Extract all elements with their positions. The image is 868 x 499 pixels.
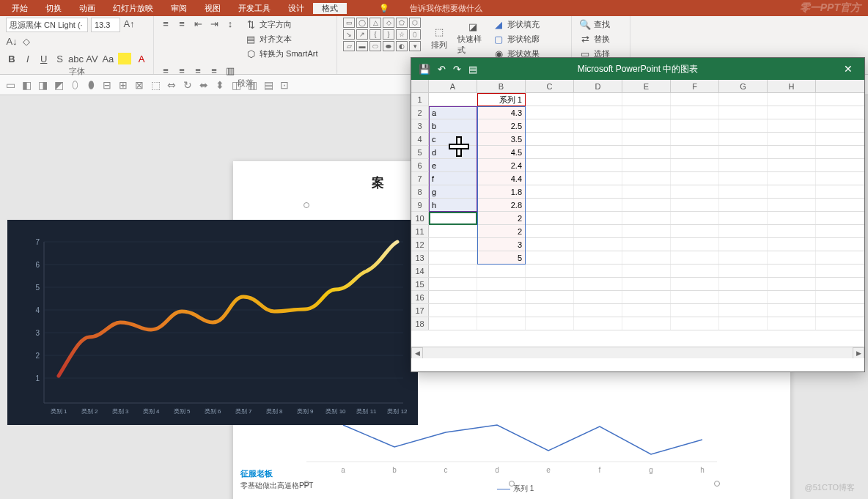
- cell[interactable]: [574, 159, 622, 171]
- cell[interactable]: 5: [477, 251, 526, 264]
- numbering-icon[interactable]: ≡: [176, 18, 188, 29]
- chart-data-titlebar[interactable]: 💾 ↶ ↷ ▤ Microsoft PowerPoint 中的图表 ✕: [411, 58, 864, 80]
- table-row[interactable]: 17: [411, 304, 864, 317]
- qat-icon[interactable]: ⊠: [133, 79, 145, 91]
- cell[interactable]: 2.4: [477, 159, 526, 171]
- row-header[interactable]: 15: [411, 278, 429, 290]
- cell[interactable]: [768, 251, 816, 264]
- highlight-icon[interactable]: [118, 53, 131, 64]
- cell[interactable]: 1.8: [477, 185, 526, 198]
- cell[interactable]: [719, 159, 768, 171]
- cell[interactable]: [671, 199, 719, 211]
- cell[interactable]: [477, 291, 526, 303]
- cell[interactable]: [622, 238, 671, 251]
- cell[interactable]: [429, 225, 477, 237]
- table-row[interactable]: 5d4.5: [411, 146, 864, 159]
- tab-start[interactable]: 开始: [3, 3, 37, 14]
- row-header[interactable]: 8: [411, 185, 429, 198]
- cell[interactable]: [622, 317, 671, 330]
- cell[interactable]: 3.5: [477, 133, 526, 145]
- qat-icon[interactable]: ◫: [230, 79, 242, 91]
- cell[interactable]: [526, 251, 574, 264]
- cell[interactable]: [671, 317, 719, 330]
- indent-dec-icon[interactable]: ⇤: [192, 18, 204, 29]
- cell[interactable]: [671, 159, 719, 171]
- cell[interactable]: [429, 304, 477, 317]
- cell[interactable]: [768, 238, 816, 251]
- table-row[interactable]: 16: [411, 291, 864, 304]
- cell[interactable]: 2: [477, 225, 526, 237]
- justify-icon[interactable]: ≡: [208, 64, 220, 76]
- chart-data-grid[interactable]: A B C D E F G H 1系列 12a4.33b2.54c3.55d4.…: [411, 80, 864, 358]
- cell[interactable]: [719, 278, 768, 290]
- align-right-icon[interactable]: ≡: [192, 64, 204, 76]
- replace-button[interactable]: ⇄替换: [578, 32, 624, 45]
- table-row[interactable]: 3b2.5: [411, 119, 864, 133]
- row-header[interactable]: 6: [411, 159, 429, 171]
- cell[interactable]: [574, 133, 622, 145]
- cell[interactable]: [719, 317, 768, 330]
- col-header[interactable]: E: [622, 80, 671, 92]
- cell[interactable]: [622, 106, 671, 119]
- tab-review[interactable]: 审阅: [162, 3, 196, 14]
- cell[interactable]: [719, 93, 768, 106]
- cell[interactable]: [574, 119, 622, 132]
- row-header[interactable]: 11: [411, 225, 429, 237]
- align-text-button[interactable]: ▤对齐文本: [243, 32, 319, 45]
- cell[interactable]: [719, 291, 768, 303]
- qat-icon[interactable]: ⬮: [85, 79, 97, 91]
- cell[interactable]: [574, 304, 622, 317]
- cell[interactable]: [429, 317, 477, 330]
- row-header[interactable]: 9: [411, 199, 429, 211]
- qat-icon[interactable]: ◩: [53, 79, 65, 91]
- cell[interactable]: [768, 291, 816, 303]
- cell[interactable]: [768, 278, 816, 290]
- row-header[interactable]: 5: [411, 146, 429, 158]
- cell[interactable]: [671, 265, 719, 277]
- cell[interactable]: [768, 133, 816, 145]
- cell[interactable]: [622, 159, 671, 171]
- table-row[interactable]: 102: [411, 212, 864, 225]
- cell[interactable]: [768, 159, 816, 171]
- cell[interactable]: [622, 199, 671, 211]
- cell[interactable]: [574, 146, 622, 158]
- table-row[interactable]: 112: [411, 225, 864, 238]
- cell[interactable]: [768, 146, 816, 158]
- col-header[interactable]: G: [719, 80, 768, 92]
- cell[interactable]: [671, 212, 719, 224]
- cell[interactable]: [622, 93, 671, 106]
- cell[interactable]: [574, 291, 622, 303]
- cell[interactable]: [526, 106, 574, 119]
- cell[interactable]: [622, 146, 671, 158]
- cell[interactable]: [719, 119, 768, 132]
- strike-icon[interactable]: S: [54, 53, 66, 64]
- cell[interactable]: [768, 106, 816, 119]
- cell[interactable]: h: [429, 199, 477, 211]
- cell[interactable]: [526, 146, 574, 158]
- cell[interactable]: [526, 172, 574, 185]
- col-header[interactable]: D: [574, 80, 622, 92]
- chart-data-window[interactable]: 💾 ↶ ↷ ▤ Microsoft PowerPoint 中的图表 ✕ A B …: [411, 57, 865, 372]
- cell[interactable]: [574, 251, 622, 264]
- cell[interactable]: [526, 238, 574, 251]
- cell[interactable]: [671, 304, 719, 317]
- cell[interactable]: [671, 146, 719, 158]
- cell[interactable]: [429, 291, 477, 303]
- cell[interactable]: [768, 199, 816, 211]
- scroll-right-icon[interactable]: ▶: [853, 347, 864, 359]
- col-header[interactable]: C: [526, 80, 574, 92]
- cell[interactable]: 2: [477, 212, 526, 224]
- table-row[interactable]: 2a4.3: [411, 106, 864, 119]
- cell[interactable]: [526, 317, 574, 330]
- cell[interactable]: [526, 265, 574, 277]
- cell[interactable]: [526, 185, 574, 198]
- qat-icon[interactable]: ▤: [262, 79, 274, 91]
- increase-font-icon[interactable]: A↑: [123, 18, 135, 29]
- cell[interactable]: [671, 291, 719, 303]
- cell[interactable]: [574, 106, 622, 119]
- cell[interactable]: [429, 212, 477, 224]
- cell[interactable]: [622, 251, 671, 264]
- cell[interactable]: [574, 93, 622, 106]
- cell[interactable]: [574, 317, 622, 330]
- cell[interactable]: [526, 159, 574, 171]
